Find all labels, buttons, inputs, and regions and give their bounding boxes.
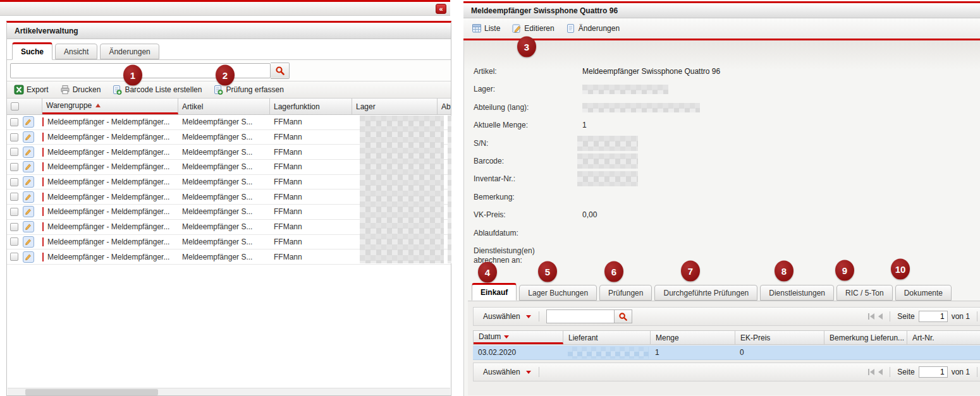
grid-search-button[interactable] bbox=[615, 309, 632, 323]
cell-lagerfunktion: FFMann bbox=[270, 207, 352, 216]
cell-warengruppe: Meldeempfänger - Meldempfänger... bbox=[42, 162, 178, 171]
tab-dienstleistungen[interactable]: Dienstleistungen bbox=[760, 285, 834, 301]
column-header-ek-preis[interactable]: EK-Preis bbox=[735, 331, 824, 344]
document-icon bbox=[566, 23, 576, 33]
export-button[interactable]: Export bbox=[9, 82, 53, 97]
row-select-cell bbox=[7, 221, 42, 232]
detail-title: Meldeempfänger Swissphone Quattro 96 bbox=[471, 6, 618, 15]
field-lager: Lager: bbox=[474, 85, 967, 102]
row-checkbox[interactable] bbox=[10, 148, 18, 156]
cell-warengruppe: Meldeempfänger - Meldempfänger... bbox=[42, 222, 178, 231]
tab-ansicht[interactable]: Ansicht bbox=[55, 44, 97, 59]
collapse-panel-button[interactable]: « bbox=[436, 4, 446, 14]
chevron-down-icon bbox=[526, 371, 531, 374]
tab-dokumente[interactable]: Dokumente bbox=[895, 285, 952, 301]
row-checkbox[interactable] bbox=[10, 118, 18, 126]
row-checkbox[interactable] bbox=[10, 163, 18, 171]
row-checkbox[interactable] bbox=[10, 178, 18, 186]
cell-artikel: Meldeempfänger S... bbox=[178, 162, 270, 171]
cell-lagerfunktion: FFMann bbox=[270, 162, 352, 171]
horizontal-scrollbar[interactable] bbox=[8, 388, 450, 395]
page-number-input[interactable] bbox=[919, 311, 948, 322]
field-ablaufdatum: Ablaufdatum: bbox=[474, 229, 967, 246]
cell-lagerfunktion: FFMann bbox=[270, 222, 352, 231]
cell-warengruppe: Meldeempfänger - Meldempfänger... bbox=[42, 193, 178, 201]
row-edit-button[interactable] bbox=[23, 251, 34, 263]
row-edit-button[interactable] bbox=[23, 131, 34, 143]
cell-artikel: Meldeempfänger S... bbox=[178, 177, 270, 186]
column-header-datum[interactable]: Datum bbox=[474, 331, 563, 344]
first-page-icon[interactable] bbox=[868, 312, 874, 321]
column-header-bemerkung[interactable]: Bemerkung Lieferun... bbox=[824, 331, 907, 344]
row-select-cell bbox=[7, 116, 42, 128]
cell-artikel: Meldeempfänger S... bbox=[178, 207, 270, 216]
einkauf-row-selected[interactable]: 03.02.2020 1 0 bbox=[473, 345, 980, 360]
edit-pencil-icon bbox=[511, 23, 522, 33]
row-checkbox[interactable] bbox=[10, 133, 18, 141]
redacted-inventar-value bbox=[577, 171, 638, 186]
row-select-cell bbox=[7, 176, 42, 188]
column-header-lager[interactable]: Lager bbox=[352, 99, 438, 114]
row-edit-button[interactable] bbox=[23, 236, 34, 248]
column-header-lagerfunktion[interactable]: Lagerfunktion bbox=[270, 99, 352, 114]
row-checkbox[interactable] bbox=[10, 193, 18, 201]
auswaehlen-dropdown[interactable]: Auswählen bbox=[479, 309, 536, 323]
tab-aenderungen[interactable]: Änderungen bbox=[100, 44, 159, 59]
column-header-lieferant[interactable]: Lieferant bbox=[563, 331, 651, 344]
redacted-abteilung-value bbox=[582, 103, 700, 112]
tab-durchgefuehrte-pruefungen[interactable]: Durchgeführte Prüfungen bbox=[654, 285, 757, 301]
row-checkbox[interactable] bbox=[10, 208, 18, 216]
detail-titlebar: Meldeempfänger Swissphone Quattro 96 bbox=[463, 3, 980, 18]
cell-warengruppe: Meldeempfänger - Meldempfänger... bbox=[42, 177, 178, 186]
tab-pruefungen[interactable]: Prüfungen bbox=[599, 285, 652, 301]
column-header-menge[interactable]: Menge bbox=[651, 331, 735, 344]
page-plus-icon bbox=[213, 85, 223, 95]
redacted-barcode-value bbox=[577, 153, 638, 169]
annotation-badge: 2 bbox=[216, 65, 235, 86]
first-page-icon[interactable] bbox=[868, 368, 874, 376]
tab-ric-5-ton[interactable]: RIC / 5-Ton bbox=[836, 285, 893, 301]
grid-search-input[interactable] bbox=[546, 309, 615, 323]
row-edit-button[interactable] bbox=[23, 176, 34, 188]
pencil-icon bbox=[24, 117, 33, 126]
prev-page-icon[interactable] bbox=[878, 312, 883, 321]
auswaehlen-dropdown-bottom[interactable]: Auswählen bbox=[479, 365, 536, 379]
pagination-bottom: Seite von 1 bbox=[868, 366, 980, 378]
scrollbar-thumb[interactable] bbox=[25, 389, 158, 395]
cell-lagerfunktion: FFMann bbox=[270, 253, 352, 261]
column-header-art-nr[interactable]: Art-Nr. bbox=[907, 331, 980, 344]
annotation-badge: 5 bbox=[538, 261, 557, 282]
cell-warengruppe: Meldeempfänger - Meldempfänger... bbox=[42, 207, 178, 216]
search-button[interactable] bbox=[271, 63, 290, 79]
left-tabs: Suche Ansicht Änderungen bbox=[7, 39, 451, 59]
editieren-button[interactable]: Editieren bbox=[507, 21, 558, 36]
field-aktuelle-menge: Aktuelle Menge: 1 bbox=[474, 121, 967, 138]
page-number-input-bottom[interactable] bbox=[919, 366, 948, 378]
annotation-badge: 3 bbox=[517, 37, 536, 57]
row-checkbox[interactable] bbox=[10, 237, 18, 246]
einkauf-tab-content: Auswählen bbox=[468, 301, 980, 395]
tab-lager-buchungen[interactable]: Lager Buchungen bbox=[519, 285, 597, 301]
row-edit-button[interactable] bbox=[23, 221, 34, 232]
aenderungen-button[interactable]: Änderungen bbox=[561, 21, 624, 36]
search-icon bbox=[275, 66, 285, 76]
column-header-warengruppe[interactable]: Warengruppe bbox=[42, 99, 178, 114]
cell-lagerfunktion: FFMann bbox=[270, 237, 352, 246]
row-edit-button[interactable] bbox=[23, 161, 34, 172]
editieren-label: Editieren bbox=[524, 24, 554, 33]
row-edit-button[interactable] bbox=[23, 191, 34, 203]
barcode-liste-button[interactable]: Barcode Liste erstellen bbox=[107, 82, 206, 97]
row-edit-button[interactable] bbox=[23, 116, 34, 128]
tab-einkauf[interactable]: Einkauf bbox=[472, 283, 517, 301]
prev-page-icon[interactable] bbox=[878, 368, 883, 376]
row-checkbox[interactable] bbox=[10, 253, 18, 261]
row-edit-button[interactable] bbox=[23, 206, 34, 217]
liste-button[interactable]: Liste bbox=[467, 21, 505, 36]
tab-suche[interactable]: Suche bbox=[12, 42, 52, 60]
row-edit-button[interactable] bbox=[23, 147, 34, 158]
column-header-artikel[interactable]: Artikel bbox=[178, 99, 270, 114]
row-checkbox[interactable] bbox=[10, 223, 18, 231]
column-header-abteilung[interactable]: Abt bbox=[438, 99, 451, 114]
drucken-button[interactable]: Drucken bbox=[56, 82, 106, 97]
select-all-checkbox[interactable] bbox=[11, 102, 19, 111]
